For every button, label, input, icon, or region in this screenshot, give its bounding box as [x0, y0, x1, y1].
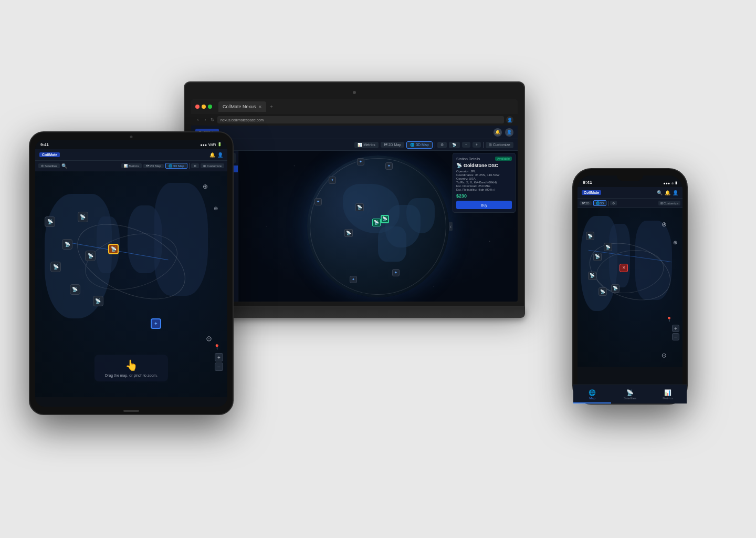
- gs-tablet-3[interactable]: 📡: [78, 212, 88, 222]
- browser-forward-btn[interactable]: ›: [203, 117, 208, 122]
- browser-url-input[interactable]: nexus.collimatespace.com: [217, 116, 504, 123]
- toolbar-3d-btn[interactable]: 🌐 3D Map: [406, 141, 433, 149]
- buy-button[interactable]: Buy: [456, 201, 512, 209]
- phone-notification-icon[interactable]: 🔔: [665, 190, 670, 195]
- tablet-screen: 9:41 ●●● WiFi 🔋 CollMate 🔔 👤: [35, 140, 227, 407]
- tablet-search-btn[interactable]: 🔍: [61, 163, 67, 169]
- gs-tablet-5[interactable]: 📡: [70, 284, 80, 295]
- phone-search-icon[interactable]: 🔍: [657, 190, 663, 195]
- phone-nav-map[interactable]: 🌐 Map: [578, 389, 611, 398]
- phone-customize-btn[interactable]: ⊞ Customize: [658, 201, 680, 205]
- tablet-metrics-btn[interactable]: 📊 Metrics: [121, 163, 141, 168]
- tablet-toolbar: ⚙ Satellites 🔍 📊 Metrics 🗺 2D Map 🌐: [35, 161, 227, 171]
- panel-toggle-arrow[interactable]: ‹: [449, 222, 453, 231]
- tablet-profile-icon[interactable]: 👤: [217, 152, 223, 158]
- phone-gs-6[interactable]: 📡: [611, 284, 620, 293]
- station-detail-header: Station Details Available: [456, 157, 512, 161]
- phone-gs-1[interactable]: 📡: [586, 232, 594, 240]
- gs-tablet-2[interactable]: 📡: [62, 239, 72, 250]
- tablet-home-button[interactable]: [123, 410, 139, 412]
- metrics-label: Metrics: [363, 143, 375, 147]
- station-name-text: Goldstone DSC: [464, 163, 498, 168]
- browser-minimize-btn[interactable]: [202, 105, 206, 109]
- browser-maximize-btn[interactable]: [208, 105, 212, 109]
- phone-app-header: CollMate 🔍 🔔 👤: [578, 187, 682, 199]
- tablet-notification-icon[interactable]: 🔔: [209, 152, 215, 158]
- customize-label: Customize: [493, 143, 510, 147]
- laptop-camera-bar: [191, 89, 518, 96]
- phone-profile-icon[interactable]: 👤: [673, 190, 678, 195]
- phone-3d-btn[interactable]: 🌐 3D: [593, 200, 607, 206]
- phone-signal-icon: ●●●: [663, 181, 670, 185]
- phone-map[interactable]: 📡 📡 📡 📡 📡 📡 ✕ ⊕ ⊕ ⊙ 📍 +: [578, 208, 682, 367]
- phone-2d-label: 2D: [585, 202, 590, 205]
- phone-gs-3[interactable]: 📡: [604, 243, 612, 251]
- gs-tablet-active[interactable]: 📡: [108, 244, 119, 254]
- phone-nav-bar: 🌐 Map 📡 Satellites 📊 Metrics: [578, 385, 682, 397]
- notification-icon[interactable]: 🔔: [494, 128, 502, 137]
- toolbar-plus-btn[interactable]: +: [472, 142, 481, 148]
- phone-gs-5[interactable]: 📡: [598, 287, 607, 296]
- phone-zoom-in-btn[interactable]: +: [672, 325, 679, 332]
- browser-new-tab[interactable]: +: [270, 104, 273, 109]
- tablet-satellites-btn[interactable]: ⚙ Satellites: [38, 163, 60, 168]
- station-price: $230: [456, 193, 512, 199]
- browser-refresh-btn[interactable]: ↻: [210, 117, 215, 122]
- phone-settings-btn[interactable]: ⚙: [610, 201, 617, 205]
- phone-customize-icon: ⊞: [660, 201, 663, 205]
- phone-globe-icon: 🌐: [596, 201, 600, 205]
- download-row: Est. Download: 250 Mbs: [456, 184, 512, 188]
- browser-back-btn[interactable]: ‹: [195, 117, 201, 122]
- tablet-map[interactable]: 📡 📡 📡 📡 📡 📡 📡 📡 ✦ ⊕ ⊕ ⊙ 📍: [35, 171, 227, 397]
- gs-tablet-4[interactable]: 📡: [50, 262, 61, 272]
- txrx-label: Tx/Rx:: [456, 181, 465, 184]
- profile-icon[interactable]: 👤: [505, 128, 513, 137]
- phone-gs-2[interactable]: 📡: [593, 253, 602, 261]
- customize-icon: ⊞: [489, 143, 492, 147]
- tablet-3d-btn[interactable]: 🌐 3D Map: [165, 163, 187, 169]
- tablet-customize-btn[interactable]: ⊞ Customize: [201, 163, 224, 168]
- phone-sat-orbit-1: ⊕: [660, 220, 668, 229]
- browser-tab[interactable]: CollMate Nexus ✕: [218, 101, 266, 112]
- gs-icon-2[interactable]: 📡: [372, 219, 381, 226]
- sat-orbit-icon-tablet2: ⊕: [214, 205, 218, 211]
- gs-tablet-6[interactable]: 📡: [93, 296, 103, 306]
- gs-tablet-1[interactable]: 📡: [45, 216, 55, 227]
- satellite-icon-5: ✦: [350, 276, 357, 283]
- tablet-status-icons: ●●● WiFi 🔋: [200, 142, 222, 147]
- metrics-icon: 📊: [124, 164, 128, 168]
- gs-tablet-blue[interactable]: ✦: [151, 318, 161, 329]
- download-value: 250 Mbs: [478, 184, 490, 188]
- phone-gs-active[interactable]: ✕: [620, 264, 628, 272]
- toolbar-customize-btn[interactable]: ⊞ Customize: [486, 142, 513, 148]
- browser-close-btn[interactable]: [195, 105, 200, 109]
- gs-icon-3[interactable]: 📡: [344, 229, 353, 237]
- coordinates-row: Coordinates: 35.25N, 116.53W: [456, 173, 512, 177]
- tablet-zoom-out-btn[interactable]: −: [215, 363, 223, 371]
- phone-nav-satellites[interactable]: 📡 Satellites: [611, 389, 649, 398]
- phone-zoom-out-btn[interactable]: −: [672, 333, 679, 340]
- toolbar-signal-btn[interactable]: 📡: [449, 142, 460, 148]
- toolbar-metrics-btn[interactable]: 📊 Metrics: [354, 142, 379, 148]
- globe-area[interactable]: ✦ ✦ ✦ ✦ ✦ ✦ 📡 📡 📡 📡: [238, 151, 518, 302]
- phone-device: 9:41 ●●● ⌾ ▮ CollMate 🔍 🔔 👤: [572, 168, 688, 405]
- toolbar-minus-btn[interactable]: −: [462, 142, 470, 148]
- phone-nav-metrics[interactable]: 📊 Metrics: [649, 389, 682, 398]
- gs-icon-1[interactable]: 📡: [355, 203, 364, 211]
- toolbar-settings-btn[interactable]: ⚙: [437, 142, 447, 148]
- phone-location-pin: 📍: [666, 317, 672, 322]
- browser-url-text: nexus.collimatespace.com: [220, 118, 264, 122]
- gs-tablet-7[interactable]: 📡: [85, 251, 96, 261]
- phone-2d-btn[interactable]: 🗺 2D: [580, 201, 592, 205]
- phone-gs-4[interactable]: 📡: [588, 272, 596, 280]
- operator-label: Operator:: [456, 170, 469, 173]
- browser-user-icon[interactable]: 👤: [506, 116, 513, 123]
- toolbar-2d-btn[interactable]: 🗺 2D Map: [381, 142, 405, 148]
- toolbar-separator: [435, 142, 435, 148]
- tablet-settings-btn[interactable]: ⚙: [191, 163, 199, 168]
- tablet-zoom-in-btn[interactable]: +: [215, 353, 223, 361]
- active-satellite-icon[interactable]: 📡: [381, 215, 389, 223]
- download-label: Est. Download:: [456, 184, 477, 188]
- browser-tab-close[interactable]: ✕: [258, 105, 262, 109]
- tablet-2d-btn[interactable]: 🗺 2D Map: [143, 164, 164, 168]
